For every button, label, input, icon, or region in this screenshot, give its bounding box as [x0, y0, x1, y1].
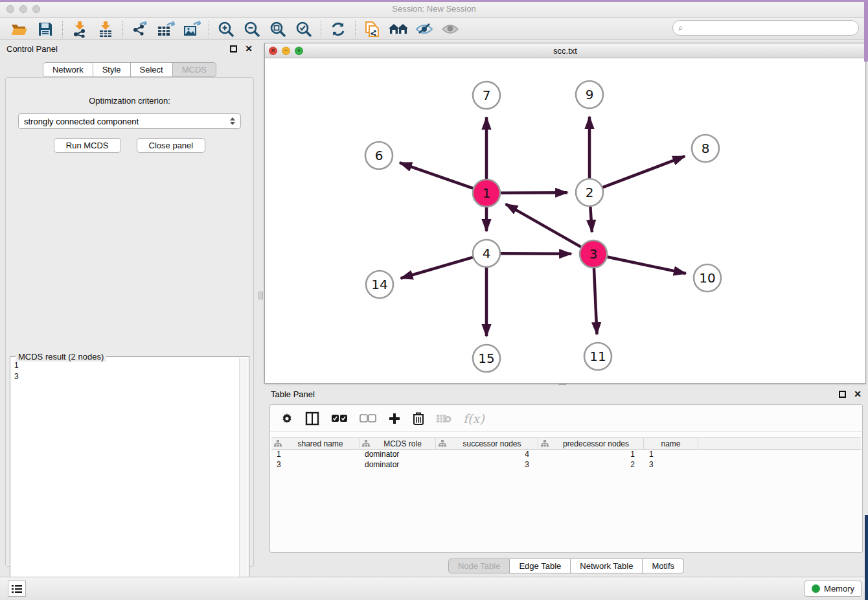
export-network-button[interactable]: [127, 19, 153, 39]
graph-edge-3-1[interactable]: [506, 204, 581, 247]
graph-edge-2-8[interactable]: [603, 156, 685, 187]
create-column-button[interactable]: [388, 412, 401, 425]
close-table-panel-icon[interactable]: ✕: [854, 391, 862, 398]
column-header-successor-nodes[interactable]: successor nodes: [436, 438, 538, 449]
graph-edge-1-6[interactable]: [400, 163, 473, 189]
table-cell[interactable]: 1: [538, 450, 644, 460]
criterion-dropdown[interactable]: strongly connected component: [18, 113, 241, 129]
column-selector-button[interactable]: [305, 411, 319, 426]
show-all-button[interactable]: [437, 19, 463, 39]
network-window-titlebar[interactable]: ✕ − + scc.txt: [265, 43, 865, 58]
column-header-shared-name[interactable]: shared name: [271, 438, 360, 449]
tab-edge-table[interactable]: Edge Table: [510, 559, 571, 573]
mcds-result-text[interactable]: 1 3: [12, 358, 238, 595]
graph-node-6[interactable]: 6: [365, 142, 393, 169]
window-title: Session: New Session: [0, 4, 868, 14]
select-all-columns-button[interactable]: [331, 414, 348, 423]
import-network-button[interactable]: [67, 19, 93, 39]
import-table-button[interactable]: [93, 19, 119, 39]
column-header-name[interactable]: name: [644, 438, 698, 449]
dropdown-stepper-icon: [230, 117, 235, 125]
graph-node-3[interactable]: 3: [580, 240, 607, 268]
tab-style[interactable]: Style: [93, 62, 131, 77]
tab-network-table[interactable]: Network Table: [571, 559, 643, 573]
search-box[interactable]: ⌕: [672, 20, 859, 36]
tab-motifs[interactable]: Motifs: [643, 559, 684, 573]
zoom-selected-button[interactable]: [291, 19, 317, 39]
hide-selected-button[interactable]: [411, 19, 437, 39]
graph-node-7[interactable]: 7: [473, 82, 500, 109]
zoom-in-button[interactable]: [213, 19, 239, 39]
column-header-MCDS-role[interactable]: MCDS role: [360, 438, 436, 449]
network-graph[interactable]: 7968124314101511: [265, 58, 865, 383]
table-cell[interactable]: dominator: [360, 460, 436, 470]
graph-edge-1-2[interactable]: [501, 192, 567, 193]
window-controls[interactable]: [6, 5, 40, 13]
refresh-icon: [330, 21, 347, 38]
float-panel-icon[interactable]: [230, 45, 237, 52]
save-session-button[interactable]: [32, 19, 58, 39]
graph-node-9[interactable]: 9: [576, 81, 603, 108]
graph-node-1[interactable]: 1: [473, 179, 500, 207]
graph-node-11[interactable]: 11: [584, 343, 611, 370]
run-mcds-button[interactable]: Run MCDS: [54, 138, 121, 153]
graph-node-14[interactable]: 14: [366, 271, 393, 298]
close-panel-button[interactable]: Close panel: [137, 138, 206, 153]
zoom-fit-button[interactable]: [265, 19, 291, 39]
export-table-button[interactable]: [153, 19, 179, 39]
memory-button[interactable]: Memory: [805, 581, 862, 597]
table-cell[interactable]: 1: [644, 450, 698, 460]
table-cell[interactable]: dominator: [360, 450, 436, 460]
toolbar-separator: [209, 21, 209, 38]
delete-table-button[interactable]: [436, 413, 451, 424]
table-row[interactable]: 3dominator323: [271, 460, 861, 470]
graph-edge-3-11[interactable]: [594, 268, 597, 334]
graph-edge-2-3[interactable]: [590, 207, 591, 232]
open-file-button[interactable]: [6, 19, 32, 39]
close-network-button[interactable]: ✕: [269, 47, 277, 55]
delete-column-button[interactable]: [413, 411, 424, 425]
table-cell[interactable]: 4: [436, 450, 538, 460]
splitter-handle[interactable]: [258, 292, 263, 299]
float-table-panel-icon[interactable]: [839, 391, 846, 398]
close-window-button[interactable]: [6, 5, 14, 13]
graph-edge-4-3[interactable]: [501, 253, 571, 254]
table-settings-button[interactable]: [280, 412, 293, 425]
table-cell[interactable]: 1: [271, 450, 360, 460]
table-cell[interactable]: 3: [271, 460, 360, 470]
table-cell[interactable]: 3: [644, 460, 698, 470]
maximize-network-button[interactable]: +: [295, 47, 303, 55]
copy-network-view-button[interactable]: [360, 19, 385, 39]
graph-node-8[interactable]: 8: [692, 135, 719, 162]
graph-node-4[interactable]: 4: [473, 240, 500, 267]
graph-node-10[interactable]: 10: [694, 264, 721, 292]
close-panel-icon[interactable]: ✕: [245, 45, 253, 52]
tab-mcds[interactable]: MCDS: [173, 62, 216, 77]
column-header-predecessor-nodes[interactable]: predecessor nodes: [538, 438, 644, 449]
tab-network[interactable]: Network: [43, 62, 93, 77]
deselect-all-columns-button[interactable]: [360, 414, 376, 423]
network-canvas[interactable]: 7968124314101511: [265, 58, 865, 383]
export-image-icon: [183, 21, 201, 38]
maximize-window-button[interactable]: [32, 5, 40, 13]
first-neighbors-button[interactable]: [385, 19, 411, 39]
search-input[interactable]: [683, 23, 858, 32]
scrollbar[interactable]: [239, 358, 247, 595]
graph-edge-3-10[interactable]: [608, 257, 686, 273]
table-row[interactable]: 1dominator411: [271, 450, 861, 460]
show-task-history-button[interactable]: [8, 581, 26, 597]
export-image-button[interactable]: [179, 19, 205, 39]
table-cell[interactable]: 2: [538, 460, 644, 470]
table-cell[interactable]: 3: [436, 460, 538, 470]
minimize-window-button[interactable]: [19, 5, 27, 13]
graph-node-2[interactable]: 2: [576, 179, 603, 206]
graph-node-15[interactable]: 15: [473, 345, 500, 372]
zoom-out-button[interactable]: [239, 19, 265, 39]
minimize-network-button[interactable]: −: [282, 47, 290, 55]
refresh-button[interactable]: [325, 19, 351, 39]
tab-node-table[interactable]: Node Table: [448, 559, 510, 573]
graph-edge-4-14[interactable]: [401, 257, 473, 278]
function-builder-button[interactable]: f(x): [463, 411, 485, 426]
tab-select[interactable]: Select: [131, 62, 173, 77]
desktop-edge: [865, 515, 868, 600]
